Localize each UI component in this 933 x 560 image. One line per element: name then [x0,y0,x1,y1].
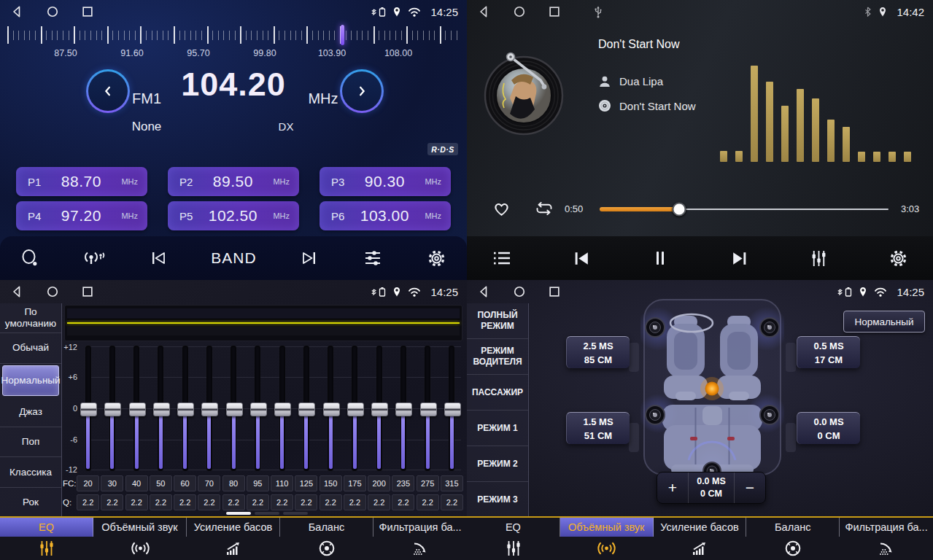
nav-recents-icon[interactable] [546,3,563,20]
progress-bar[interactable] [600,207,889,211]
sound-mode-item[interactable]: РЕЖИМ ВОДИТЕЛЯ [467,339,528,375]
q-value-cell[interactable]: 2.2 [417,494,439,510]
eq-band-slider[interactable] [343,346,367,471]
eq-band-slider[interactable] [416,346,440,471]
tab-eq[interactable]: EQ [467,518,560,560]
eq-slider-knob[interactable] [153,402,170,416]
eq-slider-knob[interactable] [371,402,388,416]
nav-recents-icon[interactable] [79,3,96,20]
broadcast-icon[interactable] [83,249,105,268]
fc-value-cell[interactable]: 60 [174,475,196,491]
settings-gear-icon[interactable] [889,249,908,268]
eq-slider-knob[interactable] [420,402,437,416]
favorite-heart-icon[interactable] [492,199,511,217]
nav-recents-icon[interactable] [546,283,563,300]
previous-track-icon[interactable] [149,250,168,266]
eq-slider-knob[interactable] [323,402,340,416]
stepper-minus-button[interactable]: − [735,472,765,503]
eq-band-slider[interactable] [125,346,149,471]
eq-band-slider[interactable] [367,346,391,471]
stepper-plus-button[interactable]: + [657,472,688,503]
sound-preset-button[interactable]: Нормальный [843,311,925,332]
q-value-cell[interactable]: 2.2 [125,494,148,510]
eq-preset-item[interactable]: Джаз [0,397,61,427]
nav-home-icon[interactable] [44,3,61,20]
tab-surround[interactable]: Объёмный звук [560,518,654,560]
fc-value-cell[interactable]: 50 [150,475,172,491]
eq-slider-knob[interactable] [80,402,97,416]
eq-band-slider[interactable] [149,346,173,471]
settings-gear-icon[interactable] [427,249,446,268]
tab-balance[interactable]: Баланс [280,518,373,560]
fc-value-cell[interactable]: 40 [125,475,148,491]
nav-home-icon[interactable] [511,3,528,20]
preset-button[interactable]: P4 97.20 MHz [16,201,147,230]
sound-mode-item[interactable]: РЕЖИМ 3 [467,482,528,518]
preset-button[interactable]: P2 89.50 MHz [168,167,299,196]
next-track-icon[interactable] [729,250,749,267]
q-value-cell[interactable]: 2.2 [368,494,390,510]
eq-band-slider[interactable] [246,346,270,471]
eq-preset-item[interactable]: Нормальный [2,365,59,396]
dx-mode[interactable]: DX [264,120,308,133]
delay-front-left-button[interactable]: 2.5 MS 85 CM [566,336,630,368]
tab-bass-boost[interactable]: Усиление басов [187,518,280,560]
preset-button[interactable]: P1 88.70 MHz [16,167,147,196]
fc-value-cell[interactable]: 200 [368,475,390,491]
eq-band-slider[interactable] [173,346,197,471]
tab-crossover[interactable]: Фильтрация ба... [373,518,467,560]
scan-icon[interactable] [20,249,39,268]
eq-band-slider[interactable] [270,346,294,471]
delay-front-right-button[interactable]: 0.5 MS 17 CM [797,336,860,368]
playlist-icon[interactable] [492,249,512,267]
eq-slider-knob[interactable] [226,402,243,416]
eq-preset-item[interactable]: Рок [0,488,61,518]
eq-slider-knob[interactable] [347,402,364,416]
q-value-cell[interactable]: 2.2 [222,494,245,510]
fc-value-cell[interactable]: 80 [222,475,245,491]
q-value-cell[interactable]: 2.2 [101,494,123,510]
q-value-cell[interactable]: 2.2 [271,494,293,510]
q-value-cell[interactable]: 2.2 [295,494,317,510]
eq-preset-item[interactable]: Классика [0,457,61,487]
fc-value-cell[interactable]: 20 [77,475,99,491]
q-value-cell[interactable]: 2.2 [77,494,99,510]
tune-up-button[interactable] [340,69,384,113]
preset-button[interactable]: P3 90.30 MHz [320,167,451,196]
eq-slider-knob[interactable] [395,402,412,416]
next-track-icon[interactable] [300,250,319,266]
delay-rear-left-button[interactable]: 1.5 MS 51 CM [566,412,630,444]
repeat-icon[interactable] [533,201,556,217]
eq-slider-knob[interactable] [201,402,218,416]
eq-band-slider[interactable] [76,346,100,471]
nav-home-icon[interactable] [511,283,528,300]
eq-preset-item[interactable]: По умолчанию [0,303,61,333]
fc-value-cell[interactable]: 95 [247,475,269,491]
sound-mode-item[interactable]: РЕЖИМ 1 [467,411,528,446]
q-value-cell[interactable]: 2.2 [320,494,342,510]
fc-value-cell[interactable]: 125 [295,475,317,491]
q-value-cell[interactable]: 2.2 [441,494,463,510]
eq-band-slider[interactable] [319,346,343,471]
tune-down-button[interactable] [86,69,130,113]
fc-value-cell[interactable]: 315 [441,475,463,491]
eq-band-slider[interactable] [391,346,415,471]
eq-band-slider[interactable] [294,346,318,471]
eq-band-slider[interactable] [197,346,221,471]
sound-mode-item[interactable]: РЕЖИМ 2 [467,446,528,482]
eq-slider-knob[interactable] [298,402,315,416]
fc-value-cell[interactable]: 30 [101,475,123,491]
tab-crossover[interactable]: Фильтрация ба... [840,518,933,560]
q-value-cell[interactable]: 2.2 [392,494,414,510]
sound-mode-item[interactable]: ПОЛНЫЙ РЕЖИМ [467,303,528,339]
nav-back-icon[interactable] [476,283,493,300]
q-value-cell[interactable]: 2.2 [198,494,220,510]
eq-slider-knob[interactable] [274,402,291,416]
eq-sliders[interactable] [76,346,464,471]
fc-value-cell[interactable]: 275 [417,475,439,491]
delay-rear-right-button[interactable]: 0.0 MS 0 CM [797,412,860,444]
eq-band-slider[interactable] [222,346,246,471]
q-value-cell[interactable]: 2.2 [344,494,366,510]
eq-band-slider[interactable] [440,346,464,471]
fc-value-cell[interactable]: 175 [344,475,366,491]
